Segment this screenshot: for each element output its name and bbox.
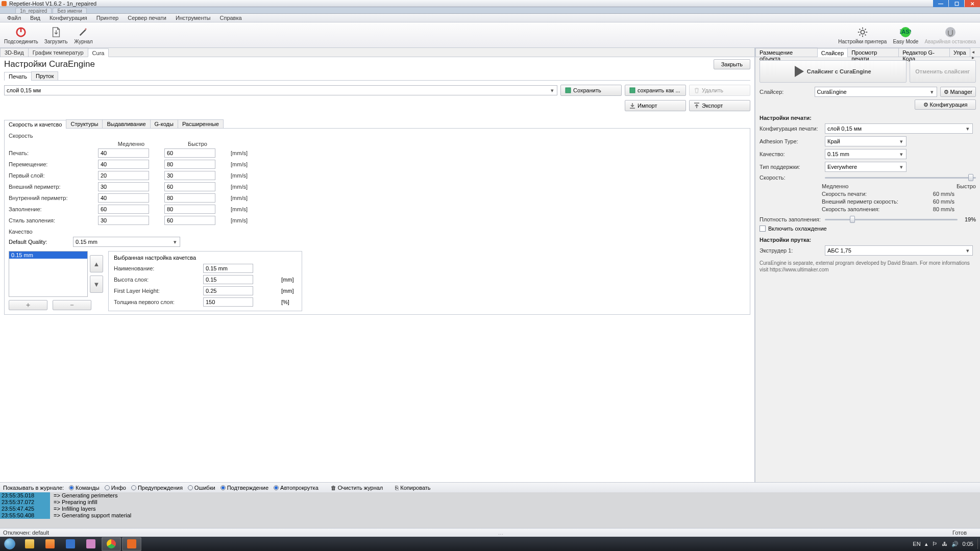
speed-fast-input[interactable]	[164, 193, 215, 203]
quality-select[interactable]: 0.15 mm	[825, 149, 906, 159]
window-minimize-button[interactable]: —	[933, 0, 948, 7]
taskbar-app1[interactable]	[61, 537, 80, 551]
taskbar-app2[interactable]	[81, 537, 101, 551]
density-slider[interactable]	[825, 219, 958, 220]
extruder-select[interactable]: АБС 1,75	[825, 245, 973, 256]
journal-copy-button[interactable]: ⎘Копировать	[395, 485, 430, 491]
print-config-select[interactable]: слой 0,15 мм	[825, 123, 973, 134]
menu-tools[interactable]: Инструменты	[172, 14, 215, 22]
remove-quality-button[interactable]: －	[53, 300, 91, 310]
tray-flag-icon[interactable]: 🏳	[932, 541, 938, 547]
rtab-manual[interactable]: Упра	[949, 48, 970, 57]
tab-temp-graph[interactable]: График температур	[28, 48, 88, 57]
move-up-button[interactable]: ▲	[90, 255, 103, 272]
menu-view[interactable]: Вид	[26, 14, 44, 22]
rtab-gcode-editor[interactable]: Редактор G-Кода	[898, 48, 950, 57]
tab-3d-view[interactable]: 3D-Вид	[0, 48, 29, 57]
log-button[interactable]: Журнал	[70, 25, 96, 45]
speed-fast-input[interactable]	[164, 216, 215, 225]
add-quality-button[interactable]: ＋	[9, 300, 47, 310]
tray-up-icon[interactable]: ▴	[925, 541, 928, 547]
delete-button[interactable]: Удалить	[689, 85, 750, 96]
start-button[interactable]	[0, 537, 19, 551]
itab-advanced[interactable]: Расширенные	[178, 119, 224, 128]
import-button[interactable]: Импорт	[625, 100, 686, 111]
first-layer-thickness-input[interactable]	[203, 297, 253, 307]
journal-opt-commands[interactable]: Команды	[69, 485, 100, 491]
tab-filament[interactable]: Пруток	[31, 71, 58, 80]
close-button[interactable]: Закрыть	[714, 59, 750, 69]
speed-slow-input[interactable]	[98, 216, 149, 225]
journal-opt-errors[interactable]: Ошибки	[188, 485, 215, 491]
speed-fast-input[interactable]	[164, 160, 215, 169]
speed-slow-input[interactable]	[98, 182, 149, 191]
connect-button[interactable]: Подсоединить	[1, 25, 41, 45]
menu-print-server[interactable]: Сервер печати	[124, 14, 170, 22]
speed-row-label: Заполнение:	[9, 206, 98, 212]
slice-button[interactable]: Слайсинг с CuraEngine	[760, 60, 906, 83]
itab-gcodes[interactable]: G-коды	[150, 119, 178, 128]
manager-button[interactable]: ⚙ Manager	[940, 87, 976, 97]
emergency-stop-button[interactable]: Аварийная остановка	[921, 25, 979, 45]
speed-slider[interactable]	[825, 177, 976, 179]
easy-mode-button[interactable]: EASY Easy Mode	[890, 25, 921, 45]
speed-fast-input[interactable]	[164, 205, 215, 214]
export-button[interactable]: Экспорт	[689, 100, 750, 111]
save-button[interactable]: Сохранить	[560, 85, 622, 96]
rtab-slicer[interactable]: Слайсер	[817, 48, 848, 57]
speed-fast-input[interactable]	[164, 148, 215, 158]
quality-list[interactable]: 0.15 mm	[9, 251, 88, 297]
rtab-placement[interactable]: Размещение объекта	[755, 48, 818, 57]
menu-printer[interactable]: Принтер	[92, 14, 122, 22]
speed-slow-input[interactable]	[98, 160, 149, 169]
journal-clear-button[interactable]: 🗑Очистить журнал	[331, 485, 383, 491]
speed-slow-input[interactable]	[98, 193, 149, 203]
quality-list-item[interactable]: 0.15 mm	[9, 252, 87, 259]
journal-opt-info[interactable]: Инфо	[105, 485, 126, 491]
first-layer-height-input[interactable]	[203, 286, 253, 295]
speed-fast-input[interactable]	[164, 182, 215, 191]
config-button[interactable]: ⚙ Конфигурация	[915, 99, 976, 110]
itab-extrusion[interactable]: Выдавливание	[102, 119, 150, 128]
support-select[interactable]: Everywhere	[825, 162, 906, 172]
menu-file[interactable]: Файл	[3, 14, 25, 22]
taskbar-chrome[interactable]	[102, 537, 121, 551]
printer-settings-button[interactable]: Настройки принтера	[835, 25, 890, 45]
cancel-slice-button[interactable]: Отменить слайсинг	[910, 60, 976, 83]
slicer-select[interactable]: CuraEngine	[815, 87, 937, 97]
journal-opt-ack[interactable]: Подтверждение	[220, 485, 268, 491]
cooling-checkbox-row[interactable]: Включить охлаждение	[760, 226, 976, 232]
default-quality-select[interactable]: 0.15 mm	[73, 237, 180, 247]
journal-opt-warnings[interactable]: Предупреждения	[131, 485, 183, 491]
menu-help[interactable]: Справка	[215, 14, 246, 22]
window-close-button[interactable]: ✕	[965, 0, 980, 7]
tray-network-icon[interactable]: 🖧	[942, 541, 947, 547]
tab-print[interactable]: Печать	[4, 72, 32, 81]
journal-opt-autoscroll[interactable]: Автопрокрутка	[274, 485, 318, 491]
console[interactable]: 23:55:35.018 => Generating perimeters23:…	[0, 492, 980, 528]
move-down-button[interactable]: ▼	[90, 276, 103, 293]
profile-select[interactable]: слой 0,15 мм	[4, 85, 557, 95]
taskbar-explorer[interactable]	[20, 537, 39, 551]
adhesion-select[interactable]: Край	[825, 136, 906, 146]
speed-fast-input[interactable]	[164, 171, 215, 180]
load-button[interactable]: Загрузить	[41, 25, 71, 45]
rtab-preview[interactable]: Просмотр печати	[847, 48, 899, 57]
bg-tab[interactable]: Без имени	[53, 8, 86, 13]
speed-slow-input[interactable]	[98, 171, 149, 180]
bg-tab[interactable]: 1n_repaired	[15, 8, 52, 13]
save-as-button[interactable]: сохранить как ...	[625, 85, 686, 96]
window-maximize-button[interactable]: ☐	[949, 0, 964, 7]
tab-cura[interactable]: Cura	[88, 48, 109, 57]
tray-volume-icon[interactable]: 🔊	[951, 541, 959, 547]
taskbar-vlc[interactable]	[40, 537, 60, 551]
speed-slow-input[interactable]	[98, 148, 149, 158]
itab-structures[interactable]: Структуры	[66, 119, 103, 128]
quality-name-input[interactable]	[203, 264, 253, 273]
menu-config[interactable]: Конфигурация	[45, 14, 91, 22]
speed-slow-input[interactable]	[98, 205, 149, 214]
layer-height-input[interactable]	[203, 275, 253, 284]
itab-speed-quality[interactable]: Скорость и качетсво	[4, 120, 66, 129]
tray-lang[interactable]: EN	[913, 541, 920, 547]
taskbar-repetier[interactable]	[122, 537, 141, 551]
